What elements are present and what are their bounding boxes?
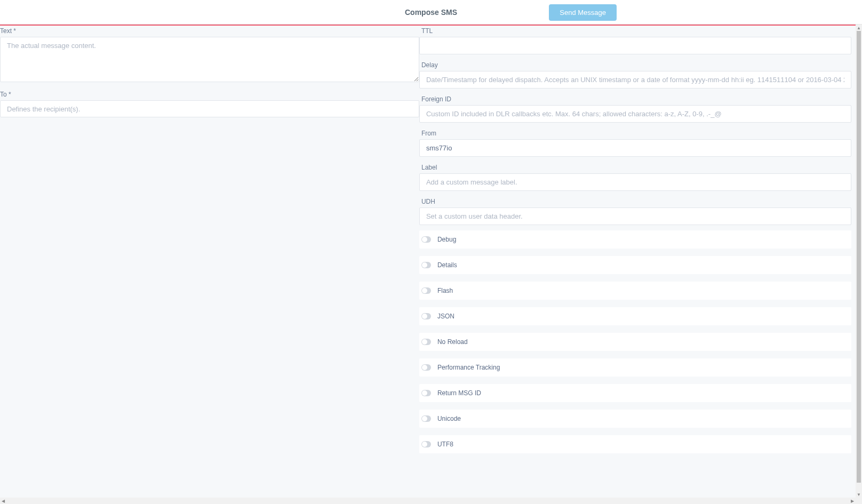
toggle-row-return_msg_id: Return MSG ID bbox=[419, 384, 851, 402]
toggle-details[interactable] bbox=[421, 262, 431, 268]
label-input[interactable] bbox=[419, 173, 851, 191]
scroll-left-icon[interactable]: ◀ bbox=[0, 498, 6, 504]
vertical-scroll-thumb[interactable] bbox=[857, 31, 861, 483]
foreign-id-input[interactable] bbox=[419, 105, 851, 123]
toggle-row-unicode: Unicode bbox=[419, 410, 851, 428]
toggle-performance_tracking[interactable] bbox=[421, 364, 431, 371]
toggle-label-json: JSON bbox=[437, 313, 454, 320]
toggle-return_msg_id[interactable] bbox=[421, 390, 431, 396]
toggle-row-json: JSON bbox=[419, 307, 851, 325]
scroll-right-icon[interactable]: ▶ bbox=[849, 498, 856, 504]
send-message-button[interactable]: Send Message bbox=[549, 4, 617, 21]
toggle-utf8[interactable] bbox=[421, 441, 431, 447]
udh-label: UDH bbox=[419, 196, 851, 207]
vertical-scrollbar[interactable]: ▲ ▼ bbox=[856, 25, 862, 498]
from-label: From bbox=[419, 128, 851, 139]
scrollbar-corner bbox=[856, 498, 862, 504]
toggle-row-utf8: UTF8 bbox=[419, 435, 851, 453]
toggle-row-performance_tracking: Performance Tracking bbox=[419, 358, 851, 377]
toggle-row-details: Details bbox=[419, 256, 851, 274]
scroll-up-icon[interactable]: ▲ bbox=[856, 25, 862, 31]
toggle-row-no_reload: No Reload bbox=[419, 333, 851, 351]
udh-input[interactable] bbox=[419, 207, 851, 225]
delay-input[interactable] bbox=[419, 71, 851, 89]
toggle-unicode[interactable] bbox=[421, 415, 431, 422]
to-input[interactable] bbox=[0, 100, 419, 117]
toggle-label-unicode: Unicode bbox=[437, 415, 461, 422]
header: Compose SMS Send Message bbox=[0, 0, 862, 25]
toggle-label-utf8: UTF8 bbox=[437, 441, 453, 448]
toggle-label-flash: Flash bbox=[437, 287, 453, 294]
toggle-label-details: Details bbox=[437, 261, 457, 269]
toggle-label-return_msg_id: Return MSG ID bbox=[437, 389, 481, 397]
toggle-label-no_reload: No Reload bbox=[437, 338, 468, 346]
text-input[interactable] bbox=[0, 37, 419, 82]
scroll-down-icon[interactable]: ▼ bbox=[856, 491, 862, 498]
to-label: To * bbox=[0, 89, 419, 100]
toggle-flash[interactable] bbox=[421, 287, 431, 294]
toggle-row-flash: Flash bbox=[419, 282, 851, 300]
toggle-no_reload[interactable] bbox=[421, 339, 431, 345]
foreign-id-label: Foreign ID bbox=[419, 94, 851, 105]
toggle-row-debug: Debug bbox=[419, 230, 851, 249]
toggle-label-performance_tracking: Performance Tracking bbox=[437, 364, 500, 371]
text-label: Text * bbox=[0, 26, 419, 37]
toggle-label-debug: Debug bbox=[437, 236, 456, 243]
page-title: Compose SMS bbox=[405, 8, 457, 17]
delay-label: Delay bbox=[419, 60, 851, 71]
horizontal-scrollbar[interactable]: ◀ ▶ bbox=[0, 498, 856, 504]
toggle-json[interactable] bbox=[421, 313, 431, 319]
toggle-debug[interactable] bbox=[421, 236, 431, 243]
ttl-label: TTL bbox=[419, 26, 851, 37]
label-field-label: Label bbox=[419, 162, 851, 173]
from-input[interactable] bbox=[419, 139, 851, 157]
ttl-input[interactable] bbox=[419, 37, 851, 54]
